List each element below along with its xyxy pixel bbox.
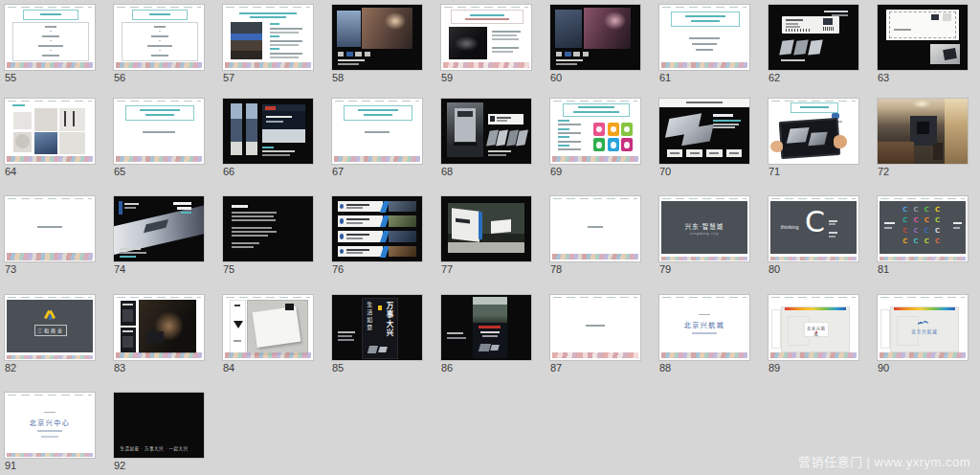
top-hairline (771, 198, 856, 199)
slide-thumbnail[interactable]: 生活如意万事大兴 (332, 295, 422, 360)
logo-chip (365, 52, 371, 57)
slide-thumbnail[interactable] (878, 99, 968, 164)
slide-thumbnail[interactable] (223, 99, 313, 164)
slide-cell: 三和商业82 (5, 295, 95, 373)
text-line (120, 256, 136, 258)
text-line (159, 50, 161, 51)
slide-cell: 58 (332, 5, 422, 83)
text-line (338, 335, 352, 337)
slide-thumbnail[interactable] (332, 5, 422, 70)
slide-thumbnail[interactable] (878, 5, 968, 70)
slide-thumbnail[interactable] (550, 5, 640, 70)
slide-thumbnail[interactable] (441, 5, 531, 70)
slide-thumbnail[interactable]: 生活如意 · 万事大兴 · 一起大兴 (114, 393, 204, 458)
slide-thumbnail[interactable] (5, 5, 95, 70)
text-line (38, 45, 64, 47)
slide-thumbnail[interactable] (114, 5, 204, 70)
text-line (270, 48, 279, 50)
product-photo (13, 112, 32, 129)
slide-thumbnail[interactable] (223, 5, 313, 70)
slide-thumbnail[interactable] (332, 196, 422, 261)
interior-tv (917, 122, 928, 133)
slide-thumbnail[interactable] (332, 99, 422, 164)
slide-cell: 68 (441, 99, 531, 177)
slide-thumbnail[interactable] (5, 99, 95, 164)
slide-thumbnail[interactable]: 北京兴中心 (5, 393, 95, 458)
slide-thumbnail[interactable]: 兴东·智慧城xingdong city (659, 196, 749, 261)
letter-3d (368, 346, 378, 353)
text-line (270, 57, 299, 58)
hand-right (834, 135, 847, 148)
slide-cell: 69 (550, 99, 640, 177)
text-line (586, 325, 606, 327)
logo-c-glyph: C (935, 238, 940, 245)
slide-thumbnail[interactable] (659, 99, 749, 164)
top-hairline (662, 198, 746, 199)
logo-chip (346, 52, 353, 57)
strip-logo (340, 234, 345, 239)
slide-thumbnail[interactable] (114, 295, 204, 360)
slide-number-label: 56 (114, 73, 204, 83)
slide-number-label: 77 (441, 264, 531, 275)
slide-cell: 56 (114, 5, 204, 83)
slide-thumbnail[interactable] (5, 196, 95, 261)
text-line (262, 147, 273, 148)
text-line (709, 152, 719, 154)
slide-number-label: 78 (550, 264, 640, 275)
slide-number-label: 92 (114, 461, 204, 471)
slide-thumbnail[interactable]: 三和商业 (5, 295, 95, 360)
slide-thumbnail[interactable] (550, 99, 640, 164)
slide-cell: 59 (441, 5, 531, 83)
slide-number-label: 85 (332, 363, 422, 373)
slide-thumbnail[interactable] (223, 295, 313, 360)
slide-thumbnail[interactable] (768, 99, 858, 164)
stamp (931, 14, 939, 20)
text-line (232, 246, 254, 248)
text-line (685, 15, 725, 17)
text-line (338, 331, 356, 333)
slide-thumbnail[interactable] (441, 295, 531, 360)
slide-number-label: 63 (878, 73, 968, 83)
top-hairline (226, 7, 310, 8)
slide-thumbnail[interactable]: thinkingC (768, 196, 858, 261)
slide-thumbnail[interactable] (550, 295, 640, 360)
slide-thumbnail[interactable] (659, 5, 749, 70)
slide-thumbnail[interactable] (114, 99, 204, 164)
slide-thumbnail[interactable] (114, 196, 204, 261)
slide-number-label: 88 (659, 363, 749, 373)
top-hairline (117, 7, 201, 8)
slide-title: 兴东·智慧城 (661, 221, 747, 231)
charcoal-panel: 兴东·智慧城xingdong city (661, 201, 747, 254)
text-line (470, 14, 505, 16)
slide-thumbnail[interactable] (550, 196, 640, 261)
slide-thumbnail[interactable]: 北京兴航城 (768, 295, 858, 360)
text-line (699, 314, 709, 315)
text-line (122, 330, 133, 332)
text-line (143, 131, 175, 133)
footer-mosaic (7, 62, 93, 68)
ticket-card (488, 114, 524, 124)
slide-thumbnail[interactable] (223, 196, 313, 261)
footer-mosaic (661, 62, 747, 68)
icon-glyph (596, 126, 602, 133)
slide-thumbnail[interactable]: CCCCCCCCCCCCCCCC (878, 196, 968, 261)
text-line (482, 335, 498, 337)
strip-label (338, 215, 383, 227)
slide-thumbnail[interactable] (768, 5, 858, 70)
big-letter: C (805, 205, 825, 238)
slide-thumbnail[interactable] (441, 99, 531, 164)
slide-thumbnail[interactable]: 北京兴航城 (659, 295, 749, 360)
text-line (270, 40, 302, 42)
letter-3d (490, 345, 500, 351)
slide-sorter: 5556575859606162636465666768697071727374… (0, 0, 980, 475)
header-box (671, 11, 740, 27)
strip-photo (389, 231, 416, 242)
logo-c-glyph: C (924, 238, 929, 245)
slide-thumbnail[interactable]: 北京兴航城 (878, 295, 968, 360)
footer-mosaic (7, 355, 93, 359)
slide-thumbnail[interactable] (441, 196, 531, 261)
text-line (689, 37, 720, 39)
text-line (953, 227, 960, 229)
text-line (488, 150, 511, 152)
logo-text: 三和商业 (34, 325, 67, 336)
